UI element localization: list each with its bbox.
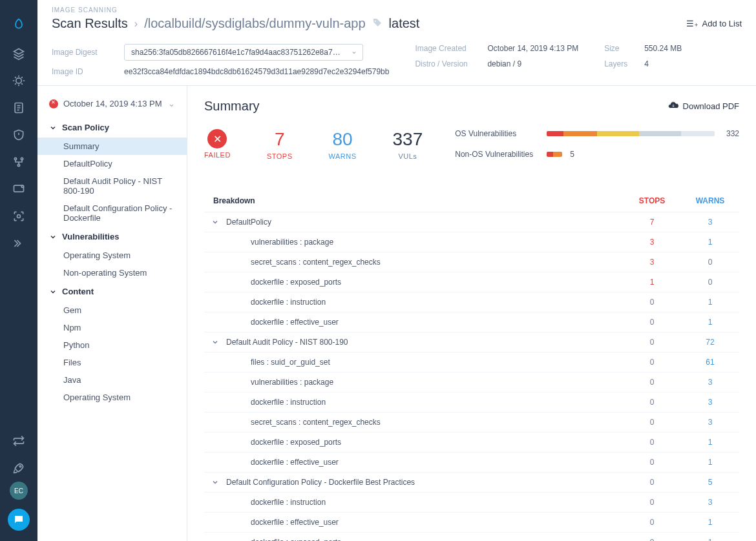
nonos-vuln-bar	[547, 152, 562, 157]
chat-icon[interactable]	[8, 509, 30, 531]
sidebar: October 14, 2019 4:13 PM ⌄ Scan PolicySu…	[37, 86, 187, 541]
row-stops: 3	[623, 258, 681, 267]
tag-icon	[372, 17, 383, 30]
row-name: dockerfile : effective_user	[226, 458, 623, 467]
breakdown-sub-row: dockerfile : instruction03	[204, 493, 739, 513]
shield-icon[interactable]	[0, 121, 37, 148]
capture-icon[interactable]	[0, 203, 37, 230]
digest-select[interactable]: sha256:3fa05db826667616f4e1c7fa9d4aac837…	[124, 44, 363, 61]
sidebar-item[interactable]: Non-operating System	[37, 264, 187, 281]
row-warns: 0	[681, 278, 739, 287]
scan-date-selector[interactable]: October 14, 2019 4:13 PM ⌄	[37, 95, 187, 117]
row-stops: 0	[623, 538, 681, 541]
distro-value: debian / 9	[487, 59, 521, 68]
row-stops: 0	[623, 338, 681, 347]
doc-icon[interactable]	[0, 94, 37, 121]
row-warns: 1	[681, 298, 739, 307]
rocket-icon[interactable]	[0, 454, 37, 482]
breakdown-sub-row: dockerfile : exposed_ports10	[204, 272, 739, 292]
distro-label: Distro / Version	[415, 59, 473, 68]
sidebar-item[interactable]: Files	[37, 354, 187, 371]
row-name: dockerfile : instruction	[226, 498, 623, 507]
svg-point-4	[17, 164, 19, 166]
avatar[interactable]: EC	[10, 482, 28, 500]
row-stops: 0	[623, 518, 681, 527]
row-warns: 1	[681, 458, 739, 467]
row-name: dockerfile : exposed_ports	[226, 438, 623, 447]
expand-icon[interactable]	[0, 230, 37, 257]
row-stops: 0	[623, 438, 681, 447]
row-warns: 61	[681, 358, 739, 367]
breakdown-sub-row: dockerfile : effective_user01	[204, 513, 739, 533]
os-vuln-row: OS Vulnerabilities 332	[455, 129, 739, 138]
row-stops: 0	[623, 358, 681, 367]
svg-point-6	[21, 185, 23, 187]
breakdown-sub-row: secret_scans : content_regex_checks03	[204, 413, 739, 433]
sidebar-group[interactable]: Vulnerabilities	[37, 227, 187, 247]
size-value: 550.24 MB	[644, 44, 682, 53]
breakdown-header: Breakdown STOPS WARNS	[204, 190, 739, 212]
breadcrumb-path[interactable]: /localbuild/sysdiglabs/dummy-vuln-app	[144, 16, 365, 31]
sidebar-group[interactable]: Scan Policy	[37, 117, 187, 138]
chevron-down-icon[interactable]	[204, 218, 226, 226]
logo-icon[interactable]	[0, 8, 37, 40]
breakdown-sub-row: vulnerabilities : package03	[204, 373, 739, 393]
content: Summary Download PDF ✕ FAILED 7	[187, 86, 756, 541]
breakdown-sub-row: vulnerabilities : package31	[204, 232, 739, 252]
sidebar-item[interactable]: DefaultPolicy	[37, 155, 187, 172]
sidebar-item[interactable]: Summary	[37, 138, 187, 155]
row-warns: 1	[681, 238, 739, 247]
stat-failed: ✕ FAILED	[204, 129, 231, 160]
add-to-list-button[interactable]: ☰₊ Add to List	[686, 19, 742, 28]
monitor-icon[interactable]	[0, 176, 37, 203]
sidebar-group[interactable]: Content	[37, 281, 187, 301]
row-stops: 0	[623, 378, 681, 387]
created-label: Image Created	[415, 44, 473, 53]
nodes-icon[interactable]	[0, 148, 37, 176]
sidebar-item[interactable]: Gem	[37, 301, 187, 319]
breakdown-sub-row: dockerfile : exposed_ports01	[204, 433, 739, 453]
repeat-icon[interactable]	[0, 427, 37, 454]
row-warns: 1	[681, 318, 739, 327]
layers-icon[interactable]	[0, 40, 37, 67]
row-stops: 0	[623, 398, 681, 407]
breakdown-group-row[interactable]: Default Configuration Policy - Dockerfil…	[204, 473, 739, 493]
image-id-label: Image ID	[52, 67, 110, 76]
chevron-down-icon[interactable]	[204, 338, 226, 346]
breakdown-group-row[interactable]: Default Audit Policy - NIST 800-190072	[204, 332, 739, 352]
breadcrumb-root[interactable]: Scan Results	[52, 16, 128, 31]
sidebar-item[interactable]: Operating System	[37, 247, 187, 264]
sidebar-item[interactable]: Npm	[37, 319, 187, 336]
breakdown-sub-row: files : suid_or_guid_set061	[204, 352, 739, 373]
sidebar-item[interactable]: Default Audit Policy - NIST 800-190	[37, 172, 187, 199]
page-title: Summary	[204, 99, 260, 114]
sidebar-item[interactable]: Operating System	[37, 389, 187, 406]
breakdown-group-row[interactable]: DefaultPolicy73	[204, 212, 739, 232]
row-stops: 7	[623, 218, 681, 227]
chevron-down-icon: ⌄	[168, 99, 175, 108]
row-warns: 1	[681, 518, 739, 527]
row-warns: 0	[681, 258, 739, 267]
layers-value: 4	[644, 59, 649, 68]
row-warns: 3	[681, 398, 739, 407]
header: IMAGE SCANNING Scan Results › /localbuil…	[37, 0, 756, 86]
stat-stops: 7 STOPS	[267, 129, 293, 160]
download-pdf-button[interactable]: Download PDF	[667, 99, 739, 113]
chevron-down-icon	[49, 124, 57, 132]
breakdown-sub-row: dockerfile : instruction01	[204, 292, 739, 312]
chevron-down-icon[interactable]	[204, 478, 226, 486]
row-warns: 5	[681, 478, 739, 487]
row-name: dockerfile : effective_user	[226, 518, 623, 527]
chevron-down-icon	[49, 288, 57, 296]
breakdown-sub-row: dockerfile : instruction03	[204, 393, 739, 413]
row-name: DefaultPolicy	[226, 218, 623, 227]
stat-warns: 80 WARNS	[329, 129, 357, 160]
svg-point-8	[19, 465, 21, 467]
row-warns: 1	[681, 438, 739, 447]
sidebar-item[interactable]: Default Configuration Policy - Dockerfil…	[37, 199, 187, 227]
bug-icon[interactable]	[0, 67, 37, 94]
breakdown-sub-row: dockerfile : effective_user01	[204, 453, 739, 473]
sidebar-item[interactable]: Python	[37, 336, 187, 354]
sidebar-item[interactable]: Java	[37, 371, 187, 389]
fail-dot-icon	[49, 99, 58, 108]
